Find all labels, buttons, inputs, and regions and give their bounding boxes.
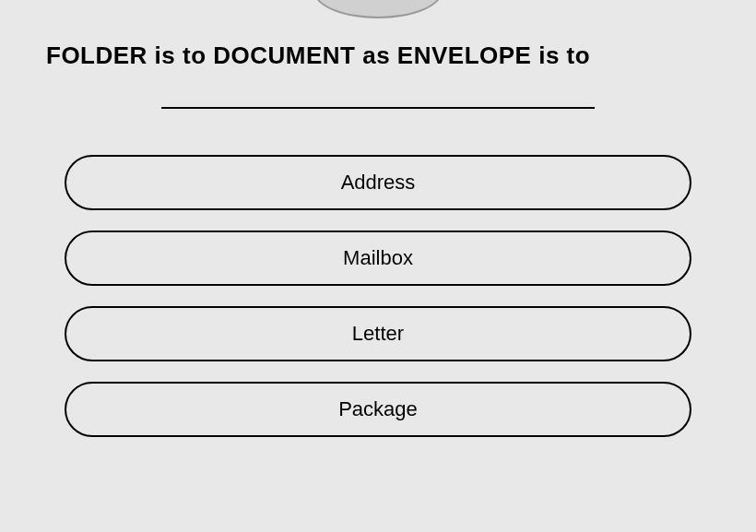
option-package[interactable]: Package: [65, 382, 691, 437]
question-container: FOLDER is to DOCUMENT as ENVELOPE is to …: [0, 0, 756, 437]
option-letter[interactable]: Letter: [65, 306, 691, 361]
option-label: Letter: [352, 322, 404, 346]
option-address[interactable]: Address: [65, 155, 691, 210]
option-label: Mailbox: [343, 246, 413, 270]
question-prompt: FOLDER is to DOCUMENT as ENVELOPE is to: [46, 41, 710, 70]
options-list: Address Mailbox Letter Package: [46, 155, 710, 437]
option-mailbox[interactable]: Mailbox: [65, 231, 691, 286]
answer-blank-line: [161, 107, 595, 109]
option-label: Address: [341, 171, 416, 195]
option-label: Package: [338, 397, 418, 421]
